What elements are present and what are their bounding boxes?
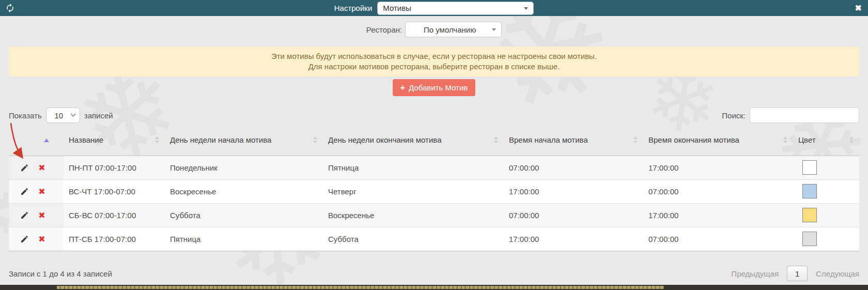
search-control: Поиск: <box>722 108 859 123</box>
highlighted-text-blur <box>57 286 664 289</box>
color-swatch <box>802 208 817 222</box>
page-length-value: 10 <box>54 111 63 120</box>
chevron-down-icon <box>492 28 496 31</box>
sort-icon <box>155 136 160 144</box>
cell-start-time: 07:00:00 <box>504 156 643 179</box>
table-footer: Записи с 1 до 4 из 4 записей Предыдущая … <box>9 266 859 281</box>
color-swatch <box>802 160 817 175</box>
records-info: Записи с 1 до 4 из 4 записей <box>9 269 112 278</box>
sort-asc-icon <box>44 139 49 142</box>
cell-start-time: 07:00:00 <box>504 203 643 227</box>
motives-table: Название День недели начала мотива День … <box>9 125 859 251</box>
cell-end-day: Четверг <box>323 179 504 203</box>
row-actions-cell: ✖ <box>9 203 64 227</box>
cell-name: ПТ-СБ 17:00-07:00 <box>64 227 165 251</box>
column-header-color[interactable]: Цвет <box>793 125 859 156</box>
show-label: Показать <box>9 111 42 120</box>
next-page-button[interactable]: Следующая <box>816 269 859 278</box>
edit-icon[interactable] <box>20 163 29 172</box>
cell-end-day: Воскресенье <box>323 203 504 227</box>
table-body: ✖ ПН-ПТ 07:00-17:00 Понедельник Пятница … <box>9 156 859 251</box>
color-swatch <box>802 184 817 199</box>
cell-start-day: Воскресенье <box>165 179 323 203</box>
add-button-row: + Добавить Мотив <box>0 79 868 96</box>
table-row: ✖ ВС-ЧТ 17:00-07:00 Воскресенье Четверг … <box>9 179 859 203</box>
column-header-end-day[interactable]: День недели окончания мотива <box>323 125 504 156</box>
sort-icon <box>633 136 638 144</box>
cell-color <box>793 227 859 251</box>
column-header-end-time[interactable]: Время окончания мотива <box>643 125 793 156</box>
warning-banner: Эти мотивы будут использоваться в случае… <box>9 47 859 77</box>
color-swatch <box>802 232 817 246</box>
chevron-down-icon <box>70 112 75 117</box>
cell-color <box>793 156 859 179</box>
cell-start-time: 17:00:00 <box>504 227 643 251</box>
pagination: Предыдущая 1 Следующая <box>731 266 859 281</box>
cell-start-day: Суббота <box>165 203 323 227</box>
row-actions-cell: ✖ <box>9 156 64 179</box>
row-actions-cell: ✖ <box>9 179 64 203</box>
table-header-row: Название День недели начала мотива День … <box>9 125 859 156</box>
edit-icon[interactable] <box>20 235 29 243</box>
page-number-button[interactable]: 1 <box>787 266 808 281</box>
column-header-start-day[interactable]: День недели начала мотива <box>165 125 323 156</box>
delete-icon[interactable]: ✖ <box>38 188 45 196</box>
cell-name: ПН-ПТ 07:00-17:00 <box>64 156 165 179</box>
delete-icon[interactable]: ✖ <box>38 235 45 243</box>
column-header-name[interactable]: Название <box>64 125 165 156</box>
cell-end-time: 17:00:00 <box>643 203 793 227</box>
warning-line-2: Для настроки мотивов ресторана, выберите… <box>308 62 560 72</box>
cell-start-time: 17:00:00 <box>504 179 643 203</box>
previous-page-button[interactable]: Предыдущая <box>731 269 779 278</box>
page-length-select[interactable]: 10 <box>46 108 80 123</box>
delete-icon[interactable]: ✖ <box>38 164 45 172</box>
cell-end-day: Суббота <box>323 227 504 251</box>
plus-icon: + <box>400 83 405 93</box>
search-input[interactable] <box>750 108 859 123</box>
edit-icon[interactable] <box>20 211 29 220</box>
cell-end-time: 07:00:00 <box>643 179 793 203</box>
close-icon[interactable]: ✖ <box>855 0 862 16</box>
topbar: Настройки Мотивы ✖ <box>0 0 868 16</box>
cell-start-day: Понедельник <box>165 156 323 179</box>
table-row: ✖ СБ-ВС 07:00-17:00 Суббота Воскресенье … <box>9 203 859 227</box>
search-label: Поиск: <box>722 111 746 120</box>
background-page-strip <box>0 285 868 290</box>
records-label: записей <box>84 111 113 120</box>
refresh-icon[interactable] <box>5 3 15 13</box>
cell-end-time: 17:00:00 <box>643 156 793 179</box>
cell-start-day: Пятница <box>165 227 323 251</box>
sort-icon <box>313 136 318 144</box>
chevron-down-icon <box>524 7 528 10</box>
restaurant-select[interactable]: По умолчанию <box>405 22 502 37</box>
restaurant-select-value: По умолчанию <box>424 25 476 34</box>
cell-color <box>793 203 859 227</box>
restaurant-label: Ресторан: <box>366 25 402 34</box>
row-actions-cell: ✖ <box>9 227 64 251</box>
settings-section-select[interactable]: Мотивы <box>377 2 534 15</box>
column-header-start-time[interactable]: Время начала мотива <box>504 125 643 156</box>
cell-end-day: Пятница <box>323 156 504 179</box>
settings-section-value: Мотивы <box>383 4 411 12</box>
sort-icon <box>783 136 788 144</box>
table-controls: Показать 10 записей Поиск: <box>9 108 859 123</box>
table-row: ✖ ПТ-СБ 17:00-07:00 Пятница Суббота 17:0… <box>9 227 859 251</box>
column-header-actions[interactable] <box>9 125 64 156</box>
add-motive-label: Добавить Мотив <box>409 83 468 92</box>
sort-icon <box>494 136 499 144</box>
delete-icon[interactable]: ✖ <box>38 211 45 220</box>
settings-title: Настройки <box>334 4 373 12</box>
warning-line-1: Эти мотивы будут использоваться в случае… <box>271 51 597 62</box>
cell-name: ВС-ЧТ 17:00-07:00 <box>64 179 165 203</box>
edit-icon[interactable] <box>20 187 29 196</box>
add-motive-button[interactable]: + Добавить Мотив <box>393 79 476 96</box>
restaurant-row: Ресторан: По умолчанию <box>0 22 868 37</box>
cell-end-time: 07:00:00 <box>643 227 793 251</box>
table-row: ✖ ПН-ПТ 07:00-17:00 Понедельник Пятница … <box>9 156 859 179</box>
sort-icon <box>849 136 854 144</box>
cell-color <box>793 179 859 203</box>
cell-name: СБ-ВС 07:00-17:00 <box>64 203 165 227</box>
